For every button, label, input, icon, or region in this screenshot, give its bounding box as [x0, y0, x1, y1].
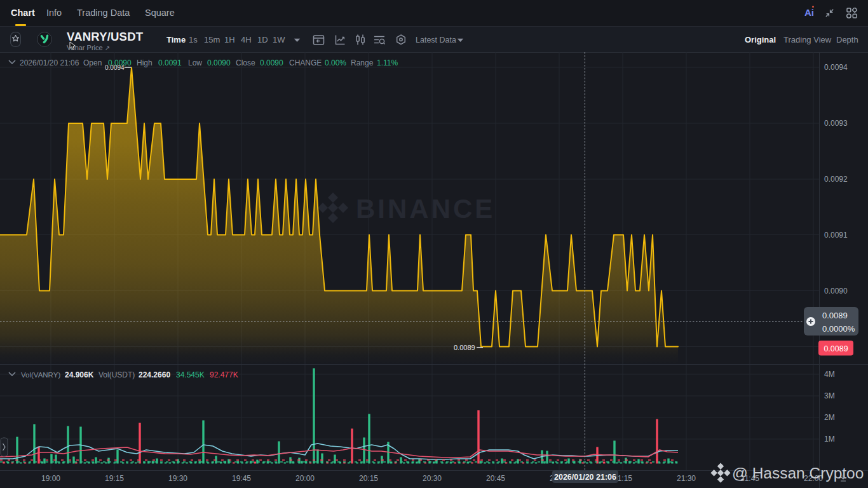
- svg-text:1.11%: 1.11%: [377, 58, 398, 67]
- svg-text:0.0089: 0.0089: [454, 344, 475, 351]
- svg-text:0.0089: 0.0089: [822, 311, 848, 320]
- svg-text:24.906K: 24.906K: [65, 370, 94, 379]
- svg-text:0.00%: 0.00%: [325, 58, 346, 67]
- svg-text:92.477K: 92.477K: [210, 370, 238, 379]
- svg-text:0.0090: 0.0090: [260, 58, 283, 67]
- svg-text:4M: 4M: [824, 370, 835, 379]
- svg-text:0.0094: 0.0094: [824, 63, 848, 72]
- svg-text:High: High: [137, 58, 153, 67]
- svg-text:19:30: 19:30: [168, 474, 187, 483]
- svg-text:1M: 1M: [824, 435, 835, 444]
- svg-text:224.2660: 224.2660: [139, 370, 170, 379]
- svg-text:0.0089: 0.0089: [824, 344, 848, 353]
- svg-text:CHANGE: CHANGE: [289, 58, 322, 67]
- svg-text:20:45: 20:45: [486, 474, 505, 483]
- svg-text:0.0000%: 0.0000%: [822, 324, 855, 334]
- svg-text:19:00: 19:00: [41, 474, 60, 483]
- svg-text:0.0090: 0.0090: [824, 287, 848, 295]
- svg-text:2026/01/20 21:06: 2026/01/20 21:06: [20, 58, 79, 67]
- svg-text:Vol(VANRY): Vol(VANRY): [21, 371, 60, 379]
- svg-text:Low: Low: [188, 58, 202, 67]
- svg-text:Vol(USDT): Vol(USDT): [98, 370, 135, 379]
- svg-text:Close: Close: [236, 58, 255, 67]
- svg-text:34.545K: 34.545K: [176, 370, 205, 379]
- svg-text:BINANCE: BINANCE: [356, 194, 495, 224]
- svg-text:0.0091: 0.0091: [824, 231, 848, 240]
- svg-text:20:30: 20:30: [423, 474, 442, 483]
- svg-text:0.0094: 0.0094: [105, 64, 125, 71]
- svg-text:3M: 3M: [824, 391, 835, 400]
- svg-text:21:30: 21:30: [677, 474, 696, 483]
- svg-text:0.0090: 0.0090: [207, 58, 231, 67]
- svg-text:2M: 2M: [824, 413, 835, 422]
- svg-text:0.0093: 0.0093: [824, 119, 848, 128]
- svg-text:0.0092: 0.0092: [824, 175, 848, 184]
- svg-text:Open: Open: [83, 58, 102, 67]
- svg-text:19:45: 19:45: [232, 474, 251, 483]
- svg-text:20:00: 20:00: [295, 474, 315, 483]
- svg-text:Range: Range: [351, 58, 374, 67]
- svg-text:19:15: 19:15: [105, 474, 124, 483]
- svg-text:2026/01/20 21:06: 2026/01/20 21:06: [554, 473, 616, 482]
- svg-text:0.0091: 0.0091: [158, 58, 182, 67]
- svg-text:20:15: 20:15: [359, 474, 378, 483]
- svg-text:@ Hassan Cryptoo: @ Hassan Cryptoo: [732, 464, 864, 482]
